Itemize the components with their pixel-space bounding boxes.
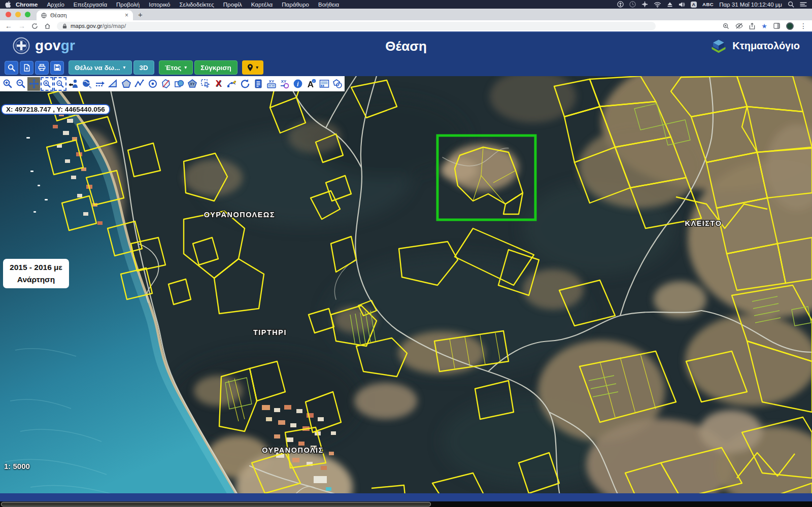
svg-text:XY: XY	[268, 79, 274, 84]
menubar-clock[interactable]: Παρ 31 Μαΐ 10:12:40 μμ	[719, 2, 782, 8]
new-tab-button[interactable]: +	[138, 10, 143, 19]
app-header: govgr Θέαση Κτηματολόγιο	[0, 31, 812, 59]
govgr-logo[interactable]: govgr	[12, 37, 75, 55]
print-button[interactable]	[35, 61, 49, 75]
measure-distance-icon[interactable]	[93, 77, 106, 91]
window-minimize-button[interactable]	[15, 12, 21, 17]
volume-icon[interactable]	[679, 2, 685, 8]
spatial-query-icon[interactable]	[331, 77, 344, 91]
goto-xy-icon[interactable]: XY	[278, 77, 291, 91]
browser-urlbar: ← → maps.gov.gr/gis/map/ ★	[0, 20, 812, 31]
browser-tab[interactable]: Θέαση ×	[37, 10, 133, 20]
caret-down-icon: ▾	[184, 65, 187, 70]
year-dropdown[interactable]: Έτος▾	[159, 60, 193, 75]
delete-icon[interactable]: X	[212, 77, 225, 91]
site-security-lock-icon[interactable]	[62, 23, 67, 29]
back-button[interactable]: ←	[5, 22, 12, 29]
eject-icon[interactable]	[667, 2, 673, 8]
menu-window[interactable]: Παράθυρο	[277, 2, 314, 8]
save-button[interactable]	[50, 61, 64, 75]
clock-icon[interactable]	[629, 1, 636, 8]
menu-chrome[interactable]: Chrome	[11, 2, 42, 8]
window-close-button[interactable]	[6, 12, 11, 17]
menu-tab[interactable]: Καρτέλα	[247, 2, 277, 8]
report-icon[interactable]	[252, 77, 264, 91]
export-file-button[interactable]	[20, 61, 33, 75]
profile-avatar[interactable]	[786, 22, 794, 30]
map-place-label: ΟΥΡΑΝΟΠΟΛΕΩΣ	[204, 211, 275, 219]
apple-logo-icon[interactable]	[5, 1, 11, 8]
browser-tabstrip: Θέαση × +	[0, 9, 812, 20]
map-place-label: ΚΛΕΙΣΤΟ	[685, 219, 722, 227]
screen: Chrome Αρχείο Επεξεργασία Προβολή Ιστορι…	[0, 0, 812, 507]
split-polygon-icon[interactable]	[159, 77, 172, 91]
zoom-in-icon[interactable]	[1, 77, 14, 91]
address-bar[interactable]: maps.gov.gr/gis/map/	[57, 22, 656, 30]
zoom-window-out-icon[interactable]	[54, 77, 66, 91]
map-canvas[interactable]: ΟΥΡΑΝΟΠΟΛΕΩΣ ΤΙΡΤΗΡΙ ΟΥΡΑΝΟΠΟΛΙΣ ΚΛΕΙΣΤΟ	[0, 76, 812, 507]
bookmark-star-icon[interactable]: ★	[761, 22, 767, 30]
map-viewport: ΟΥΡΑΝΟΠΟΛΕΩΣ ΤΙΡΤΗΡΙ ΟΥΡΑΝΟΠΟΛΙΣ ΚΛΕΙΣΤΟ	[0, 76, 812, 507]
svg-text:XY: XY	[190, 82, 195, 86]
password-eye-off-icon[interactable]	[735, 23, 743, 29]
label-window-icon[interactable]: A	[318, 77, 330, 91]
map-place-label: ΤΙΡΤΗΡΙ	[253, 328, 287, 336]
menu-history[interactable]: Ιστορικό	[144, 2, 175, 8]
tab-title: Θέαση	[50, 12, 67, 18]
spotlight-icon[interactable]	[788, 1, 794, 8]
wifi-icon[interactable]	[654, 2, 661, 8]
select-shapes-icon[interactable]	[173, 77, 185, 91]
full-extent-globe-icon[interactable]	[80, 77, 93, 91]
window-zoom-button[interactable]	[25, 12, 30, 17]
home-button[interactable]	[44, 23, 51, 29]
accessibility-icon[interactable]	[617, 1, 624, 8]
compare-button[interactable]: Σύγκριση	[194, 60, 238, 75]
share-icon[interactable]	[749, 23, 755, 29]
locate-icon[interactable]	[641, 1, 648, 8]
zoom-window-in-icon[interactable]	[41, 77, 53, 91]
attribute-info-icon[interactable]: Ai	[304, 77, 317, 91]
gis-toolstrip: XY X XY XY i	[0, 76, 345, 91]
measure-area-icon[interactable]	[107, 77, 119, 91]
draw-polyline-icon[interactable]	[133, 77, 146, 91]
menu-file[interactable]: Αρχείο	[42, 2, 69, 8]
side-panel-icon[interactable]	[773, 23, 780, 29]
refresh-icon[interactable]	[239, 77, 251, 91]
tab-close-icon[interactable]: ×	[125, 12, 128, 19]
control-center-icon[interactable]	[800, 2, 807, 7]
zoom-page-icon[interactable]	[723, 23, 729, 29]
map-scale-label: 1: 5000	[4, 462, 30, 470]
svg-text:XY: XY	[281, 79, 286, 84]
threed-button[interactable]: 3D	[133, 60, 154, 75]
search-button[interactable]	[5, 61, 18, 75]
keyboard-layout-label[interactable]: ABC	[702, 2, 714, 7]
map-place-label: ΟΥΡΑΝΟΠΟΛΙΣ	[262, 446, 324, 454]
draw-point-icon[interactable]	[146, 77, 159, 91]
want-to-see-dropdown[interactable]: Θέλω να δω...▾	[69, 60, 132, 75]
ktimatologio-cube-icon	[710, 38, 727, 54]
location-pin-icon	[247, 63, 254, 72]
xy-card-icon[interactable]: XY	[265, 77, 278, 91]
ktimatologio-logo[interactable]: Κτηματολόγιο	[710, 38, 800, 54]
footer-bar	[0, 493, 812, 501]
draw-polygon-icon[interactable]	[120, 77, 132, 91]
polygon-xy-icon[interactable]: XY	[186, 77, 198, 91]
pan-tool-icon[interactable]	[27, 77, 40, 91]
forward-button[interactable]: →	[18, 22, 25, 29]
previous-extent-icon[interactable]	[67, 77, 80, 91]
horizontal-scrollbar[interactable]	[1, 502, 431, 506]
zoom-out-icon[interactable]	[14, 77, 27, 91]
menu-view[interactable]: Προβολή	[112, 2, 144, 8]
location-pin-dropdown[interactable]: ▾	[242, 60, 263, 75]
menu-profile[interactable]: Προφίλ	[219, 2, 247, 8]
reload-button[interactable]	[31, 23, 38, 29]
select-cursor-icon[interactable]	[199, 77, 212, 91]
menu-edit[interactable]: Επεξεργασία	[69, 2, 112, 8]
browser-menu-icon[interactable]: ⋮	[800, 22, 807, 29]
input-source-icon[interactable]: A	[691, 2, 697, 8]
info-icon[interactable]: i	[291, 77, 304, 91]
menu-help[interactable]: Βοήθεια	[314, 2, 344, 8]
menu-bookmarks[interactable]: Σελιδοδείκτες	[175, 2, 218, 8]
edit-vertices-icon[interactable]	[225, 77, 238, 91]
org-name: Κτηματολόγιο	[732, 40, 800, 52]
